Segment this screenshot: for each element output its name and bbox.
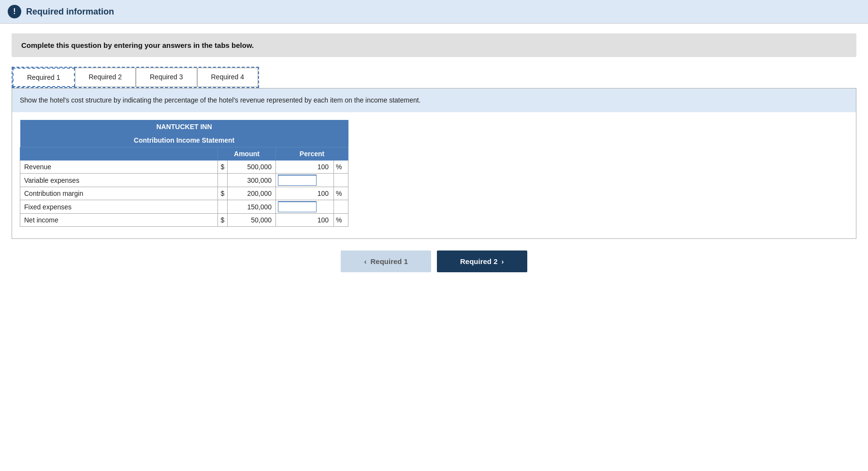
percent-value-contribution: 100 — [307, 189, 332, 198]
row-percent-contribution: 100 — [276, 187, 334, 200]
prev-label: Required 1 — [370, 257, 408, 265]
income-table: NANTUCKET INN Contribution Income Statem… — [20, 120, 348, 227]
row-amount-net: 50,000 — [228, 214, 276, 227]
row-label-net: Net income — [20, 214, 218, 227]
prev-button[interactable]: ‹ Required 1 — [341, 250, 431, 272]
col-header-label — [20, 147, 218, 161]
row-amount-revenue: 500,000 — [228, 161, 276, 174]
percent-input-fixed[interactable] — [278, 201, 317, 212]
table-title-2: Contribution Income Statement — [20, 133, 348, 147]
row-dollar-fixed — [218, 200, 228, 214]
tabs-container: Required 1 Required 2 Required 3 Require… — [12, 67, 259, 88]
row-label-revenue: Revenue — [20, 161, 218, 174]
instruction-text: Complete this question by entering your … — [21, 41, 847, 49]
page-body: Complete this question by entering your … — [0, 24, 868, 292]
row-percent-variable[interactable] — [276, 174, 334, 187]
row-label-fixed: Fixed expenses — [20, 200, 218, 214]
tab-content-wrapper: Show the hotel's cost structure by indic… — [12, 88, 856, 239]
tab-required-1[interactable]: Required 1 — [13, 68, 75, 87]
row-percent-sign-variable — [334, 174, 348, 187]
row-amount-fixed: 150,000 — [228, 200, 276, 214]
table-row: Fixed expenses 150,000 — [20, 200, 348, 214]
row-label-variable: Variable expenses — [20, 174, 218, 187]
col-header-amount: Amount — [218, 147, 276, 161]
row-percent-sign-revenue: % — [334, 161, 348, 174]
table-row: Revenue $ 500,000 100 % — [20, 161, 348, 174]
header-bar: ! Required information — [0, 0, 868, 24]
row-percent-sign-contribution: % — [334, 187, 348, 200]
row-dollar-variable — [218, 174, 228, 187]
row-percent-sign-net: % — [334, 214, 348, 227]
prev-arrow: ‹ — [364, 257, 366, 265]
next-arrow: › — [502, 257, 504, 265]
row-label-contribution: Contribution margin — [20, 187, 218, 200]
row-percent-net: 100 — [276, 214, 334, 227]
table-row: Contribution margin $ 200,000 100 % — [20, 187, 348, 200]
table-row: Variable expenses 300,000 — [20, 174, 348, 187]
table-title-1: NANTUCKET INN — [20, 120, 348, 133]
row-dollar-contribution: $ — [218, 187, 228, 200]
tab-required-4[interactable]: Required 4 — [197, 68, 259, 87]
nav-buttons: ‹ Required 1 Required 2 › — [12, 250, 856, 282]
row-percent-fixed[interactable] — [276, 200, 334, 214]
next-label: Required 2 — [460, 257, 498, 265]
percent-value-revenue: 100 — [307, 162, 332, 172]
percent-value-net: 100 — [307, 215, 332, 225]
row-amount-contribution: 200,000 — [228, 187, 276, 200]
next-button[interactable]: Required 2 › — [437, 250, 527, 272]
table-area: NANTUCKET INN Contribution Income Statem… — [12, 112, 856, 238]
tab-required-2[interactable]: Required 2 — [75, 68, 136, 87]
instruction-box: Complete this question by entering your … — [12, 33, 856, 57]
tab-description: Show the hotel's cost structure by indic… — [12, 88, 856, 112]
tab-required-3[interactable]: Required 3 — [136, 68, 197, 87]
row-percent-sign-fixed — [334, 200, 348, 214]
row-dollar-net: $ — [218, 214, 228, 227]
row-dollar-revenue: $ — [218, 161, 228, 174]
row-amount-variable: 300,000 — [228, 174, 276, 187]
col-header-percent: Percent — [276, 147, 348, 161]
page-title: Required information — [26, 7, 114, 17]
required-info-icon: ! — [8, 5, 21, 18]
percent-input-variable[interactable] — [278, 175, 317, 186]
table-row: Net income $ 50,000 100 % — [20, 214, 348, 227]
row-percent-revenue: 100 — [276, 161, 334, 174]
